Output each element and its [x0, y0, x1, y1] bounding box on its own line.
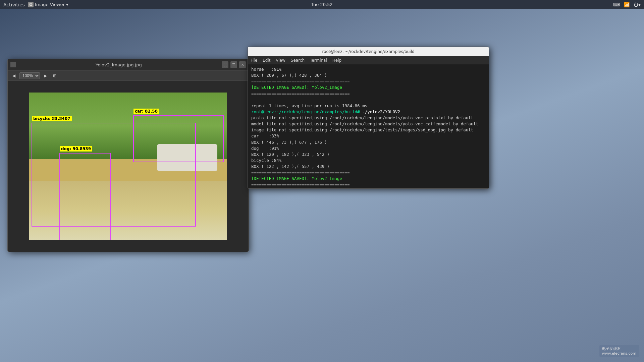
term-line-19: [DETECTED IMAGE SAVED]: Yolov2_Image [251, 176, 485, 182]
term-line-15: BOX:( 120 , 182 ),( 323 , 542 ) [251, 152, 485, 158]
term-menu-help[interactable]: Help [332, 58, 341, 63]
term-line-17: BOX:( 122 , 142 ),( 557 , 439 ) [251, 164, 485, 170]
minimize-button[interactable]: ─ [10, 62, 16, 67]
terminal-window: root@leez: ~/rockdev/tengine/examples/bu… [248, 47, 489, 189]
term-menu-file[interactable]: File [251, 58, 257, 63]
image-viewer-title: Yolov2_Image.jpg.jpg [18, 62, 219, 67]
terminal-titlebar: root@leez: ~/rockdev/tengine/examples/bu… [248, 47, 489, 56]
app-dropdown-arrow: ▾ [66, 2, 68, 7]
term-line-8: root@leez:~/rockdev/tengine/examples/bui… [251, 109, 485, 115]
activities-button[interactable]: Activities [3, 2, 25, 7]
term-line-1: horse :91% [251, 66, 485, 72]
term-line-3: ======================================= [251, 78, 485, 84]
term-menu-view[interactable]: View [276, 58, 285, 63]
term-line-11: image file not specified,using /root/roc… [251, 127, 485, 133]
desktop: ─ Yolov2_Image.jpg.jpg ⛶ ☰ ✕ ◀ 100% 50% … [0, 9, 644, 362]
topbar: Activities 🖼 Image Viewer ▾ Tue 20:52 ⌨ … [0, 0, 644, 9]
datetime-label: Tue 20:52 [311, 2, 333, 7]
term-line-7: repeat 1 times, avg time per run is 1984… [251, 103, 485, 109]
fit-button[interactable]: ⊞ [51, 73, 58, 79]
image-viewer-titlebar: ─ Yolov2_Image.jpg.jpg ⛶ ☰ ✕ [8, 59, 249, 71]
term-line-12: car :83% [251, 133, 485, 139]
terminal-body[interactable]: horse :91% BOX:( 209 , 67 ),( 428 , 364 … [248, 64, 489, 188]
zoom-in-button[interactable]: ▶ [42, 73, 49, 79]
window-controls: ⛶ ☰ ✕ [222, 61, 246, 68]
term-line-9: proto file not specified,using /root/roc… [251, 115, 485, 121]
term-prompt-1: root@leez:~/rockdev/tengine/examples/bui… [251, 109, 362, 114]
term-line-14: dog :91% [251, 145, 485, 152]
term-line-13: BOX:( 446 , 73 ),( 677 , 176 ) [251, 139, 485, 145]
keyboard-icon[interactable]: ⌨ [613, 2, 620, 7]
topbar-right: ⌨ 📶 ⏻▾ [613, 2, 641, 7]
term-menu-terminal[interactable]: Terminal [310, 58, 327, 63]
term-line-21: --------------------------------------- [251, 188, 485, 189]
term-cmd-1: ./yolov2/YOLOV2 [362, 109, 400, 114]
term-line-18: ======================================= [251, 170, 485, 176]
car-bbox: car: 82.58 [133, 115, 224, 162]
topbar-left: Activities 🖼 Image Viewer ▾ [3, 2, 68, 7]
bicycle-label: bicycle: 83.8407 [32, 116, 72, 121]
detected-image: bicycle: 83.8407 car: 82.58 dog: 90.8939 [29, 93, 227, 240]
app-name-label: Image Viewer [35, 2, 65, 7]
power-icon[interactable]: ⏻▾ [634, 2, 641, 7]
term-menu-edit[interactable]: Edit [263, 58, 270, 63]
image-viewer-window: ─ Yolov2_Image.jpg.jpg ⛶ ☰ ✕ ◀ 100% 50% … [7, 59, 249, 252]
fullscreen-button[interactable]: ⛶ [222, 61, 228, 68]
terminal-title: root@leez: ~/rockdev/tengine/examples/bu… [322, 49, 414, 54]
term-line-20: ======================================= [251, 182, 485, 188]
image-viewer-toolbar: ◀ 100% 50% 200% ▶ ⊞ [8, 71, 249, 81]
term-line-6: --------------------------------------- [251, 97, 485, 103]
term-line-5: ======================================= [251, 91, 485, 97]
watermark-line1: 电子发烧友 [602, 346, 636, 351]
watermark-line2: www.elecfans.com [602, 351, 636, 356]
network-icon[interactable]: 📶 [624, 2, 630, 7]
zoom-dropdown[interactable]: 100% 50% 200% [19, 72, 40, 79]
term-line-2: BOX:( 209 , 67 ),( 428 , 364 ) [251, 72, 485, 78]
term-line-16: bicycle :84% [251, 158, 485, 164]
image-viewer-app-menu[interactable]: 🖼 Image Viewer ▾ [28, 2, 68, 7]
term-line-4: [DETECTED IMAGE SAVED]: Yolov2_Image [251, 84, 485, 90]
car-label: car: 82.58 [133, 109, 159, 114]
image-viewer-icon: 🖼 [28, 2, 34, 7]
menu-button[interactable]: ☰ [230, 61, 237, 68]
terminal-menubar: File Edit View Search Terminal Help [248, 56, 489, 64]
term-menu-search[interactable]: Search [291, 58, 305, 63]
image-area: bicycle: 83.8407 car: 82.58 dog: 90.8939 [8, 81, 249, 252]
zoom-out-button[interactable]: ◀ [10, 73, 17, 79]
term-line-10: model file not specified,using /root/roc… [251, 121, 485, 127]
watermark: 电子发烧友 www.elecfans.com [599, 345, 639, 357]
dog-label: dog: 90.8939 [60, 146, 92, 152]
close-button[interactable]: ✕ [239, 61, 246, 68]
dog-bbox: dog: 90.8939 [59, 153, 111, 240]
